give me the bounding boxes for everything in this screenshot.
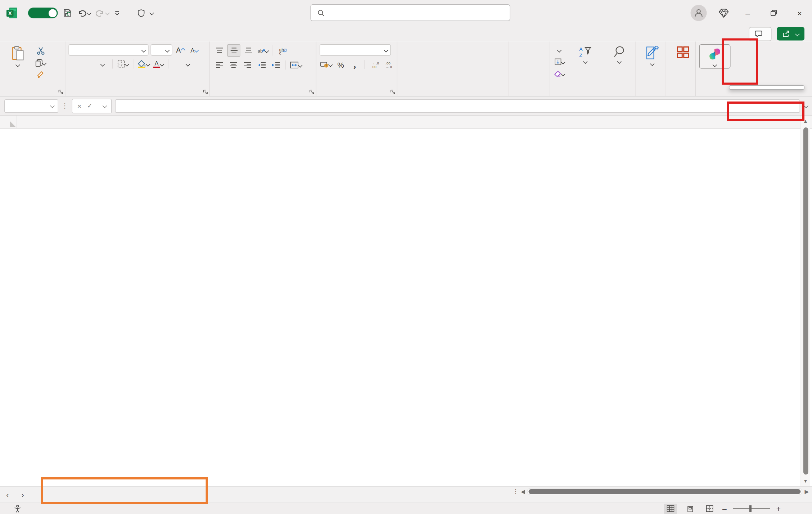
scroll-right-icon[interactable]: ▶ (804, 489, 809, 495)
premium-diamond-icon[interactable] (719, 8, 729, 18)
zoom-slider-knob[interactable] (749, 505, 752, 512)
increase-indent-button[interactable] (270, 59, 281, 71)
svg-text:A: A (154, 60, 158, 67)
borders-button[interactable] (117, 58, 129, 70)
vertical-scroll-thumb[interactable] (803, 127, 808, 475)
formula-bar-expand-icon[interactable] (804, 104, 808, 108)
account-avatar[interactable] (691, 5, 707, 21)
font-size-select[interactable] (151, 44, 172, 56)
share-button[interactable] (777, 27, 805, 41)
vertical-scrollbar[interactable]: ▲ ▼ (801, 116, 810, 487)
autosum-button[interactable] (554, 44, 565, 56)
autosave-toggle[interactable] (28, 8, 58, 18)
merge-center-button[interactable] (289, 59, 302, 71)
percent-style-button[interactable]: % (335, 59, 347, 71)
number-launcher[interactable] (391, 90, 396, 95)
normal-view-button[interactable] (664, 504, 677, 514)
copilot-dropdown-icon (713, 63, 717, 67)
redo-button[interactable] (96, 9, 109, 17)
confirm-formula-button[interactable]: ✓ (87, 102, 93, 110)
scroll-down-icon[interactable]: ▼ (803, 476, 808, 487)
svg-text:.00: .00 (371, 65, 376, 68)
name-box[interactable] (4, 99, 58, 113)
customize-qat-button[interactable] (114, 10, 121, 16)
comments-button[interactable] (749, 27, 772, 41)
orientation-icon: ab (257, 47, 265, 54)
font-name-select[interactable] (69, 44, 149, 56)
orientation-button[interactable]: ab (257, 45, 269, 57)
search-input[interactable] (329, 8, 503, 18)
close-button[interactable]: × (793, 8, 807, 18)
font-launcher[interactable] (203, 90, 208, 95)
comma-style-button[interactable]: , (349, 59, 361, 71)
italic-button[interactable] (83, 58, 95, 70)
share-icon (782, 30, 790, 37)
svg-text:A: A (579, 46, 583, 52)
svg-text:Z: Z (579, 53, 582, 58)
zoom-out-button[interactable]: – (722, 504, 727, 513)
decrease-indent-button[interactable] (256, 59, 267, 71)
page-layout-view-button[interactable] (684, 504, 696, 514)
bold-button[interactable] (69, 58, 81, 70)
restore-button[interactable] (767, 10, 781, 16)
format-painter-button[interactable] (35, 69, 46, 81)
copy-button[interactable] (35, 57, 46, 69)
copy-dropdown-icon (42, 60, 47, 65)
status-bar: – + (0, 503, 812, 514)
paste-dropdown-icon (15, 63, 20, 67)
align-middle-button[interactable] (227, 44, 240, 57)
fill-button[interactable] (554, 56, 565, 68)
align-left-button[interactable] (213, 59, 225, 71)
cells-group (509, 42, 550, 96)
sensitivity-button[interactable] (639, 44, 666, 67)
decrease-decimal-button[interactable]: .00→.0 (383, 59, 395, 71)
zoom-slider[interactable] (733, 508, 770, 509)
align-center-button[interactable] (227, 59, 239, 71)
clipboard-launcher[interactable] (58, 90, 63, 95)
underline-button[interactable] (97, 58, 109, 70)
copilot-button[interactable] (699, 44, 731, 69)
add-sheet-button[interactable] (42, 487, 60, 503)
autosum-dropdown-icon (557, 48, 562, 52)
undo-button[interactable] (77, 9, 91, 17)
fill-color-dropdown-icon (146, 62, 150, 66)
align-bottom-button[interactable] (243, 45, 254, 57)
select-all-corner[interactable] (0, 116, 17, 128)
increase-decimal-button[interactable]: ←.0.00 (369, 59, 381, 71)
document-status[interactable] (138, 9, 154, 17)
search-box[interactable] (311, 4, 510, 21)
decrease-font-button[interactable]: A (189, 44, 200, 56)
formula-input[interactable] (115, 99, 800, 113)
find-select-button[interactable] (605, 44, 633, 65)
horizontal-scroll-thumb[interactable] (529, 489, 801, 494)
font-color-button[interactable]: A (152, 58, 164, 70)
cut-button[interactable] (35, 45, 46, 57)
paste-button[interactable] (3, 44, 32, 68)
minimize-button[interactable]: – (741, 8, 755, 18)
horizontal-scrollbar[interactable]: ⋮ ◀ ▶ (513, 488, 809, 495)
scrollbar-grip-icon[interactable]: ⋮ (513, 488, 519, 495)
align-right-button[interactable] (242, 59, 253, 71)
phonetic-guide-button[interactable] (172, 58, 184, 70)
zoom-in-button[interactable]: + (776, 504, 781, 513)
titlebar-right: – × (691, 5, 807, 21)
clear-button[interactable] (554, 68, 565, 80)
sort-filter-button[interactable]: AZ (568, 44, 603, 65)
next-sheet-button[interactable]: › (15, 487, 30, 503)
align-top-button[interactable] (213, 45, 225, 57)
currency-format-button[interactable] (320, 59, 333, 71)
prev-sheet-button[interactable]: ‹ (0, 487, 15, 503)
page-break-view-button[interactable] (703, 504, 716, 514)
addins-button[interactable] (669, 44, 696, 62)
scroll-up-icon[interactable]: ▲ (803, 116, 808, 126)
cancel-formula-button[interactable]: × (77, 102, 82, 110)
fill-color-button[interactable] (137, 58, 150, 70)
increase-font-button[interactable]: A (175, 44, 186, 56)
alignment-launcher[interactable] (310, 90, 315, 95)
accessibility-status[interactable] (14, 505, 24, 513)
number-format-select[interactable] (320, 44, 391, 56)
scroll-left-icon[interactable]: ◀ (521, 489, 525, 495)
horizontal-scroll-track[interactable] (527, 488, 802, 495)
save-button[interactable] (63, 8, 72, 18)
wrap-text-button[interactable]: abc (277, 45, 289, 57)
